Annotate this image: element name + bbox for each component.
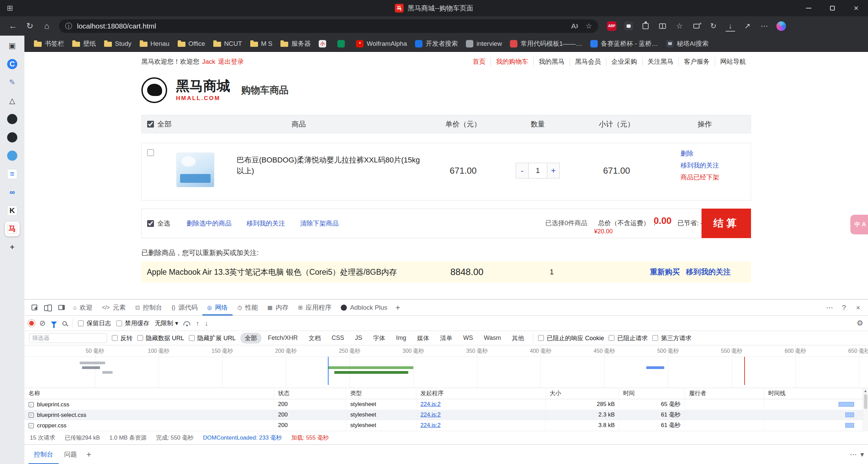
workspaces-icon[interactable]: ⊞: [7, 4, 13, 13]
tab-memory[interactable]: ▦ 内存: [263, 299, 293, 315]
more-tabs-icon[interactable]: +: [392, 303, 403, 312]
summary-action-link[interactable]: 删除选中的商品: [186, 219, 232, 228]
type-filter-chip[interactable]: Wasm: [479, 333, 505, 343]
scroll-up-icon[interactable]: ▲: [864, 389, 867, 393]
table-scrollbar[interactable]: ▲: [863, 388, 868, 431]
invert-checkbox[interactable]: [112, 335, 118, 341]
infinity-icon[interactable]: ∞: [5, 185, 20, 200]
col-name[interactable]: 名称: [24, 388, 274, 399]
preserve-log-checkbox[interactable]: [78, 321, 84, 326]
col-size[interactable]: 大小: [546, 388, 619, 399]
tab-sources[interactable]: {} 源代码: [167, 299, 202, 315]
tab-performance[interactable]: ◷ 性能: [233, 299, 263, 315]
type-filter-chip[interactable]: 文档: [304, 333, 325, 344]
type-filter-chip[interactable]: 字体: [369, 333, 390, 344]
qty-decrease-button[interactable]: -: [516, 163, 529, 178]
bookmark-item[interactable]: NCUT: [210, 38, 245, 49]
feather-icon[interactable]: ✎: [5, 75, 20, 90]
type-filter-chip[interactable]: JS: [351, 333, 367, 343]
type-filter-chip[interactable]: 媒体: [413, 333, 434, 344]
drawer-add-tab-icon[interactable]: +: [82, 450, 95, 459]
github-icon[interactable]: [5, 130, 20, 145]
site-info-icon[interactable]: ⓘ: [65, 21, 72, 31]
col-initiator[interactable]: 发起程序: [416, 388, 546, 399]
close-button[interactable]: ×: [844, 0, 868, 16]
third-party-checkbox[interactable]: [652, 335, 658, 341]
filter-input[interactable]: [29, 333, 107, 343]
favorites-hub-icon[interactable]: ☆: [673, 19, 686, 33]
globe-icon[interactable]: [5, 148, 20, 163]
devtools-more-icon[interactable]: ⋯: [823, 301, 836, 314]
qty-increase-button[interactable]: +: [547, 163, 560, 178]
minimize-button[interactable]: [797, 0, 821, 16]
drawer-collapse-icon[interactable]: ▾: [860, 450, 864, 459]
extensions-icon[interactable]: [639, 19, 652, 33]
initiator-link[interactable]: 224.js:2: [420, 401, 441, 407]
summary-action-link[interactable]: 清除下架商品: [300, 219, 339, 228]
type-filter-chip[interactable]: Img: [392, 333, 411, 343]
item-action-link[interactable]: 移到我的关注: [680, 161, 751, 170]
inspect-element-icon[interactable]: [28, 301, 41, 314]
qty-value[interactable]: 1: [529, 163, 547, 178]
bookmark-item[interactable]: M S: [247, 38, 276, 49]
github-icon[interactable]: [5, 112, 20, 127]
c-site-icon[interactable]: C: [5, 57, 20, 72]
browser-tab[interactable]: 马 黑马商城--购物车页面: [395, 4, 473, 13]
drawer-more-icon[interactable]: ⋯: [850, 450, 857, 459]
col-type[interactable]: 类型: [346, 388, 416, 399]
downloads-icon[interactable]: ↓: [724, 19, 737, 33]
home-icon[interactable]: ⌂: [39, 19, 54, 33]
bookmark-item[interactable]: Study: [101, 38, 135, 49]
select-all-checkbox[interactable]: [147, 220, 154, 227]
network-overview[interactable]: 50 毫秒100 毫秒150 毫秒200 毫秒250 毫秒300 毫秒350 毫…: [24, 345, 868, 388]
tab-console[interactable]: ⊡ 控制台: [131, 299, 167, 315]
col-time[interactable]: 时间: [619, 388, 685, 399]
network-conditions-icon[interactable]: [183, 321, 190, 325]
throttling-dropdown[interactable]: 无限制 ▾: [155, 319, 178, 327]
copilot-icon[interactable]: [774, 19, 788, 33]
collections-icon[interactable]: [690, 19, 703, 33]
col-status[interactable]: 状态: [274, 388, 346, 399]
bookmark-item[interactable]: 开发者搜索: [412, 38, 461, 50]
item-action-link[interactable]: 商品已经下架: [680, 173, 751, 182]
tab-elements[interactable]: </> 元素: [97, 299, 131, 315]
hide-extension-url-checkbox[interactable]: [189, 335, 195, 341]
nav-link[interactable]: 我的购物车: [491, 57, 534, 66]
nav-link[interactable]: 企业采购: [606, 57, 643, 66]
history-icon[interactable]: ↻: [707, 19, 720, 33]
add-sidebar-item-icon[interactable]: +: [5, 240, 20, 255]
select-all-header-checkbox[interactable]: [147, 121, 154, 128]
docs-icon[interactable]: ≡: [5, 167, 20, 181]
item-checkbox[interactable]: [147, 149, 154, 156]
refresh-icon[interactable]: ↻: [22, 19, 37, 33]
blocked-requests-checkbox[interactable]: [609, 335, 614, 341]
network-settings-gear-icon[interactable]: ⚙: [856, 319, 863, 328]
more-menu-icon[interactable]: ⋯: [757, 19, 771, 33]
bookmark-item[interactable]: 常用代码模板1——…: [507, 38, 586, 50]
disable-cache-checkbox[interactable]: [116, 321, 122, 326]
pinned-extension-icon[interactable]: [622, 19, 635, 33]
bookmark-item[interactable]: 书签栏: [31, 38, 67, 50]
bookmark-item[interactable]: M 秘塔AI搜索: [663, 38, 712, 50]
url-text[interactable]: localhost:18080/cart.html: [77, 22, 563, 30]
logout-link[interactable]: 退出登录: [218, 57, 244, 66]
clear-network-log-icon[interactable]: ⊘: [39, 319, 45, 328]
bookmark-item[interactable]: interview: [462, 38, 505, 49]
col-fulfilled-by[interactable]: 履行者: [685, 388, 764, 399]
tab-network[interactable]: ◎ 网络: [202, 299, 233, 315]
type-filter-chip[interactable]: 清单: [436, 333, 457, 344]
col-timeline[interactable]: 时间线: [764, 388, 868, 399]
bookmark-item[interactable]: 服务器: [277, 38, 314, 50]
search-icon[interactable]: [62, 321, 67, 326]
type-filter-chip[interactable]: Fetch/XHR: [263, 333, 302, 343]
export-har-icon[interactable]: ↓: [204, 320, 208, 327]
devtools-help-icon[interactable]: ?: [837, 301, 850, 314]
deleted-action-link[interactable]: 重新购买: [650, 267, 680, 277]
read-aloud-icon[interactable]: A: [571, 22, 577, 30]
back-icon[interactable]: ←: [5, 19, 20, 33]
checkout-button[interactable]: 结算: [702, 209, 751, 238]
nav-link[interactable]: 关注黑马: [643, 57, 679, 66]
bookmark-item[interactable]: [334, 38, 351, 49]
split-screen-icon[interactable]: [656, 19, 669, 33]
devtools-close-icon[interactable]: ×: [852, 301, 865, 314]
